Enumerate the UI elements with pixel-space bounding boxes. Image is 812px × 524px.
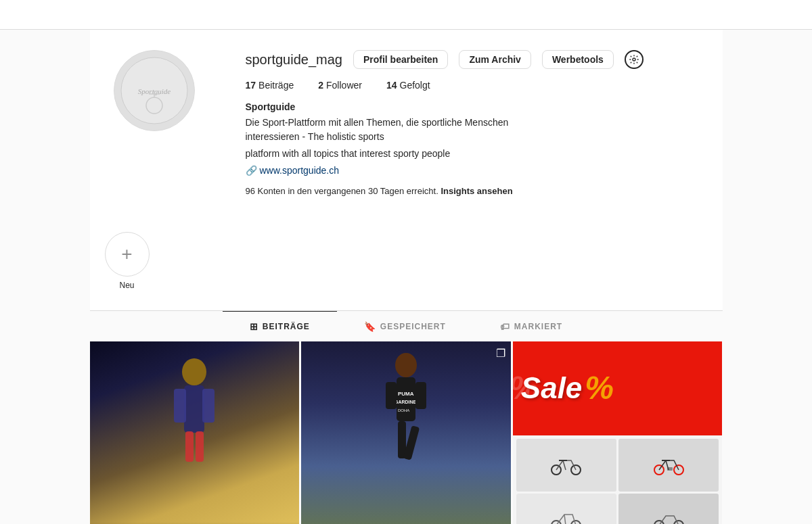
svg-text:PUMA: PUMA	[398, 391, 414, 397]
multi-image-icon: ❐	[496, 347, 505, 360]
svg-rect-7	[184, 385, 204, 433]
bio-name: Sportguide	[246, 100, 709, 114]
tagged-tab-icon: 🏷	[500, 321, 510, 332]
svg-text:DOHA: DOHA	[398, 408, 409, 412]
link-icon: 🔗	[246, 164, 257, 178]
svg-rect-18	[415, 382, 426, 409]
tab-tagged[interactable]: 🏷 MARKIERT	[473, 311, 589, 341]
bio-text-1: Die Sport-Plattform mit allen Themen, di…	[246, 116, 550, 144]
stats-row: 17 Beiträge 2 Follower 14 Gefolgt	[246, 80, 709, 91]
add-story-label: Neu	[104, 281, 151, 290]
avatar: Sportguide	[114, 50, 195, 131]
bio-link-text: www.sportguide.ch	[260, 164, 340, 178]
profile-info: sportguide_mag Profil bearbeiten Zum Arc…	[246, 50, 709, 198]
edit-profile-button[interactable]: Profil bearbeiten	[353, 50, 448, 69]
bio-text-2: platform with all topics that interest s…	[246, 147, 550, 161]
followers-count: 2	[318, 80, 323, 91]
stat-followers[interactable]: 2 Follower	[318, 80, 362, 91]
stat-following[interactable]: 14 Gefolgt	[386, 80, 430, 91]
ad-tools-button[interactable]: Werbetools	[542, 50, 614, 69]
svg-point-12	[395, 353, 417, 377]
svg-rect-27	[667, 467, 673, 471]
tabs-container: ⊞ BEITRÄGE 🔖 GESPEICHERT 🏷 MARKIERT	[90, 311, 723, 341]
story-add: + Neu	[104, 232, 151, 290]
top-navigation	[0, 0, 812, 30]
profile-header: Sportguide sportguide_mag Profil bearbei…	[104, 50, 709, 198]
bio-section: Sportguide Die Sport-Plattform mit allen…	[246, 100, 709, 198]
posts-label: Beiträge	[258, 80, 294, 91]
bio-link[interactable]: 🔗 www.sportguide.ch	[246, 164, 709, 178]
insights-count-text: 96 Konten in den vergangenen 30 Tagen er…	[246, 186, 438, 196]
stat-posts[interactable]: 17 Beiträge	[246, 80, 294, 91]
svg-point-6	[182, 358, 206, 385]
following-count: 14	[386, 80, 397, 91]
story-section: + Neu	[90, 225, 723, 310]
settings-icon[interactable]	[625, 50, 644, 69]
posts-grid: CHOPRA DOHA	[90, 341, 723, 525]
username: sportguide_mag	[246, 52, 342, 68]
archive-button[interactable]: Zum Archiv	[459, 50, 531, 69]
posts-tab-label: BEITRÄGE	[263, 322, 310, 331]
tagged-tab-label: MARKIERT	[514, 322, 562, 331]
svg-rect-9	[202, 389, 215, 423]
insights-text: 96 Konten in den vergangenen 30 Tagen er…	[246, 185, 709, 198]
saved-tab-icon: 🔖	[364, 321, 376, 332]
grid-item-3[interactable]: % Sale %	[513, 341, 723, 525]
grid-item-2[interactable]: PUMA GARDINER DOHA ❐	[301, 341, 511, 525]
following-label: Gefolgt	[400, 80, 430, 91]
avatar-section: Sportguide	[104, 50, 205, 131]
profile-container: Sportguide sportguide_mag Profil bearbei…	[90, 30, 723, 225]
add-icon: +	[121, 245, 132, 264]
svg-point-5	[633, 58, 635, 61]
tab-saved[interactable]: 🔖 GESPEICHERT	[337, 311, 473, 341]
svg-rect-17	[386, 382, 397, 409]
posts-tab-icon: ⊞	[250, 321, 258, 332]
grid-item-1[interactable]: CHOPRA DOHA	[90, 341, 300, 525]
svg-rect-10	[185, 431, 194, 462]
insights-link[interactable]: Insights ansehen	[441, 186, 512, 196]
grid-container: CHOPRA DOHA	[90, 341, 723, 525]
tab-posts[interactable]: ⊞ BEITRÄGE	[223, 311, 337, 341]
svg-rect-11	[196, 431, 204, 462]
posts-count: 17	[246, 80, 256, 91]
svg-point-31	[674, 521, 683, 524]
add-story-button[interactable]: +	[105, 232, 150, 277]
profile-top-row: sportguide_mag Profil bearbeiten Zum Arc…	[246, 50, 709, 69]
svg-point-29	[571, 521, 581, 524]
svg-rect-8	[174, 389, 186, 423]
saved-tab-label: GESPEICHERT	[380, 322, 446, 331]
followers-label: Follower	[326, 80, 362, 91]
